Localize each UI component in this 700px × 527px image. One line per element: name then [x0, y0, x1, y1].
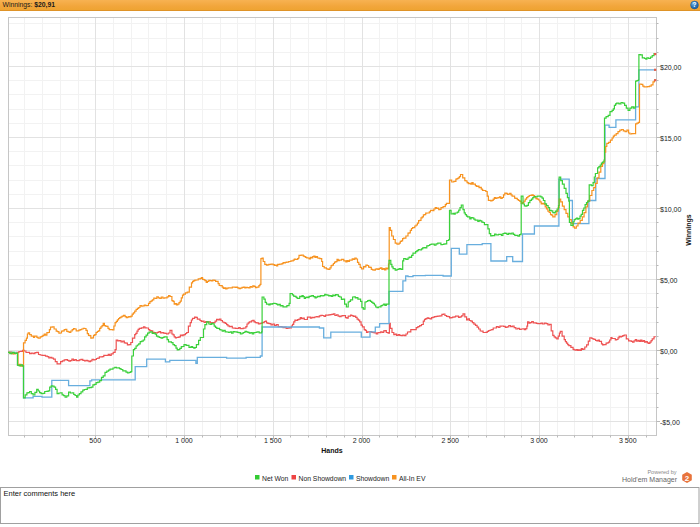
svg-text:All-In EV: All-In EV: [399, 475, 426, 482]
svg-text:2 000: 2 000: [353, 437, 371, 444]
svg-text:Powered by: Powered by: [647, 469, 676, 475]
svg-text:Winnings: $20,91: Winnings: $20,91: [3, 1, 56, 9]
svg-text:$20,00: $20,00: [660, 64, 682, 71]
svg-text:$5,00: $5,00: [660, 277, 678, 284]
svg-text:?: ?: [693, 1, 697, 8]
svg-text:1 000: 1 000: [175, 437, 193, 444]
svg-text:Hands: Hands: [321, 447, 343, 454]
svg-text:-$5,00: -$5,00: [660, 419, 680, 426]
svg-text:Winnings: Winnings: [685, 214, 693, 246]
svg-text:Showdown: Showdown: [356, 475, 389, 482]
svg-text:Enter comments here: Enter comments here: [4, 489, 76, 498]
svg-text:2: 2: [685, 474, 690, 483]
svg-text:500: 500: [89, 437, 101, 444]
svg-text:Hold'em Manager: Hold'em Manager: [622, 476, 678, 484]
svg-text:$0,00: $0,00: [660, 348, 678, 355]
svg-text:3 500: 3 500: [619, 437, 637, 444]
svg-text:$10,00: $10,00: [660, 206, 682, 213]
svg-text:$15,00: $15,00: [660, 135, 682, 142]
svg-text:Non Showdown: Non Showdown: [299, 475, 347, 482]
svg-text:3 000: 3 000: [530, 437, 548, 444]
svg-text:2 500: 2 500: [441, 437, 459, 444]
svg-text:1 500: 1 500: [264, 437, 282, 444]
svg-text:Net Won: Net Won: [262, 475, 289, 482]
